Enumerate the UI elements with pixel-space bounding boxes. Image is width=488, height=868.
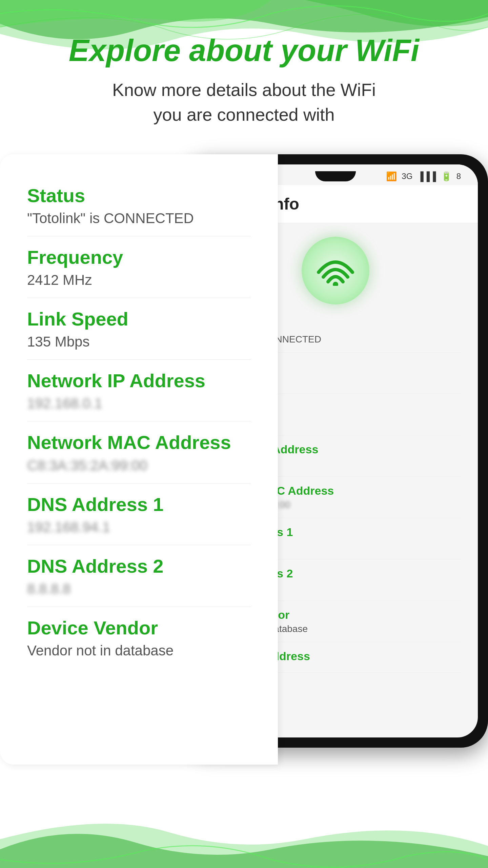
info-value-2: 135 Mbps [27,334,251,350]
signal-bars-icon: ▐▐▐ [417,171,436,182]
header-section: Explore about your WiFi Know more detail… [0,0,488,147]
left-info-card: Status"Totolink" is CONNECTEDFrequency24… [0,154,278,765]
info-value-6: 8.8.8.8 [27,581,251,597]
info-label-2: Link Speed [27,308,251,330]
wifi-circle [302,237,369,304]
info-row-2: Link Speed135 Mbps [27,298,251,360]
subtitle-line2: you are connected with [154,105,335,124]
info-label-3: Network IP Address [27,369,251,392]
info-value-3: 192.168.0.1 [27,395,251,412]
wifi-icon [315,255,356,286]
phone-notch [315,171,356,181]
info-row-3: Network IP Address192.168.0.1 [27,360,251,421]
info-row-7: Device VendorVendor not in database [27,607,251,668]
info-value-0: "Totolink" is CONNECTED [27,210,251,226]
info-row-0: Status"Totolink" is CONNECTED [27,175,251,236]
bottom-section [0,771,488,868]
info-label-0: Status [27,184,251,207]
info-label-6: DNS Address 2 [27,555,251,577]
info-label-5: DNS Address 1 [27,493,251,516]
info-row-1: Frequency2412 MHz [27,236,251,298]
time-display: 8 [456,172,461,181]
main-title: Explore about your WiFi [20,34,468,67]
info-row-5: DNS Address 1192.168.94.1 [27,484,251,545]
svg-point-0 [333,282,338,286]
info-row-6: DNS Address 28.8.8.8 [27,545,251,607]
info-label-7: Device Vendor [27,616,251,639]
info-value-5: 192.168.94.1 [27,519,251,535]
info-label-4: Network MAC Address [27,431,251,454]
info-label-1: Frequency [27,246,251,269]
wifi-status-icon: 📶 [386,171,397,182]
info-value-1: 2412 MHz [27,272,251,288]
info-value-7: Vendor not in database [27,643,251,659]
battery-icon: 🔋 [441,171,452,182]
content-area: Status"Totolink" is CONNECTEDFrequency24… [0,154,488,765]
info-value-4: C8:3A:35:2A:99:00 [27,457,251,474]
signal-3g-icon: 3G [402,172,412,181]
subtitle-line1: Know more details about the WiFi [112,80,375,100]
info-row-4: Network MAC AddressC8:3A:35:2A:99:00 [27,421,251,483]
subtitle: Know more details about the WiFi you are… [20,78,468,127]
